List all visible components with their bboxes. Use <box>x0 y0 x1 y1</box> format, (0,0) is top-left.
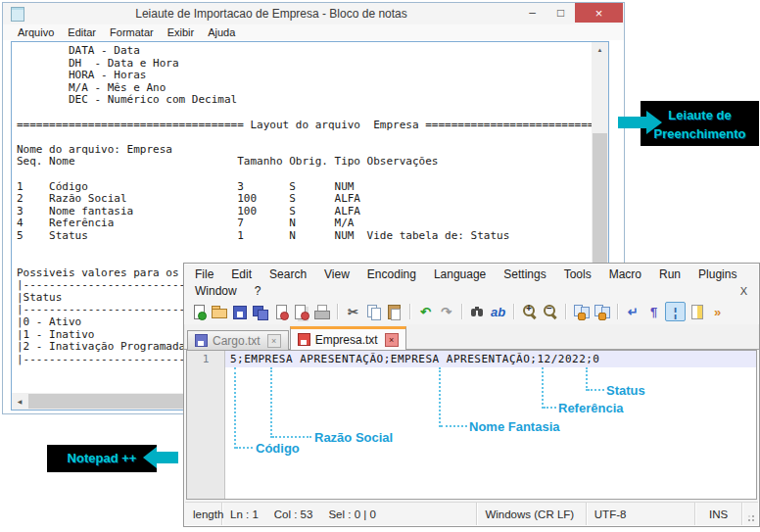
plus-glyph: + <box>524 303 534 314</box>
npp-statusbar: length Ln : 1 Col : 53 Sel : 0 | 0 Windo… <box>185 502 758 525</box>
zoom-out-icon[interactable]: − <box>541 303 559 320</box>
copy-icon[interactable] <box>364 303 383 320</box>
npp-toolbar: ✂ ↶ ↷ ab + − ↵ ¶ ¦ » <box>184 299 759 324</box>
editor-line-text[interactable]: 5;EMPRESA APRESENTAÇÃO;EMPRESA APRESENTA… <box>225 353 600 365</box>
npp-menubar: File Edit Search View Encoding Language … <box>184 264 759 301</box>
annotation-leader-razao-social <box>272 436 311 438</box>
menu-arquivo[interactable]: Arquivo <box>11 26 61 38</box>
scroll-up-icon[interactable]: ▲ <box>592 42 608 58</box>
maximize-button[interactable]: □ <box>546 3 575 23</box>
annotation-leader-status <box>588 389 604 391</box>
right-arrow-icon <box>646 111 662 134</box>
menu-ajuda[interactable]: Ajuda <box>201 26 242 38</box>
menu-plugins[interactable]: Plugins <box>689 267 745 281</box>
minus-glyph: − <box>545 303 554 314</box>
status-insert-mode: INS <box>695 503 742 525</box>
notepad-plus-plus-callout: Notepad ++ <box>47 445 157 472</box>
word-wrap-icon[interactable]: ↵ <box>624 303 642 320</box>
toolbar-overflow-icon[interactable]: » <box>708 303 727 320</box>
notepad-window-title: Leiaute de Importacao de Empresa - Bloco… <box>24 7 518 21</box>
close-file-icon[interactable] <box>271 303 290 320</box>
menu-language[interactable]: Language <box>425 267 495 281</box>
menu-editar[interactable]: Editar <box>61 26 103 38</box>
sync-vertical-scroll-icon[interactable] <box>572 303 591 320</box>
paste-icon[interactable] <box>385 303 404 320</box>
menu-exibir[interactable]: Exibir <box>161 26 202 38</box>
menu-macro[interactable]: Macro <box>600 267 650 281</box>
annotation-line-referencia <box>542 367 544 409</box>
annotation-leader-codigo <box>236 447 253 449</box>
line-number-gutter: 1 <box>187 351 225 499</box>
window-caption-buttons: – □ × <box>518 3 623 23</box>
new-file-icon[interactable] <box>189 303 208 320</box>
redo-icon[interactable]: ↷ <box>437 303 455 320</box>
status-doc-info: length <box>185 503 222 525</box>
tab-close-icon[interactable]: × <box>385 333 399 347</box>
menu-encoding[interactable]: Encoding <box>358 267 425 281</box>
notepad-menubar: Arquivo Editar Formatar Exibir Ajuda <box>3 24 624 40</box>
annotation-leader-nome-fantasia <box>441 425 467 427</box>
left-arrow-icon <box>143 447 157 468</box>
npp-menu-row-1: File Edit Search View Encoding Language … <box>184 266 759 282</box>
menu-file[interactable]: File <box>186 267 222 281</box>
annotation-line-status <box>586 367 588 391</box>
field-label-razao-social: Razão Social <box>314 430 393 445</box>
npp-tabbar: Cargo.txt × Empresa.txt × <box>184 324 759 350</box>
zoom-in-icon[interactable]: + <box>520 303 539 320</box>
toolbar-separator <box>337 304 338 319</box>
menu-settings[interactable]: Settings <box>495 267 554 281</box>
field-label-referencia: Referência <box>558 401 623 415</box>
replace-icon[interactable]: ab <box>489 303 507 320</box>
grip-dots-icon <box>752 519 754 521</box>
current-line-highlight: 5;EMPRESA APRESENTAÇÃO;EMPRESA APRESENTA… <box>225 351 756 367</box>
print-icon[interactable] <box>312 303 331 320</box>
find-icon[interactable] <box>468 303 487 320</box>
save-icon[interactable] <box>230 303 249 320</box>
scroll-left-icon[interactable]: ◀ <box>12 393 27 410</box>
tab-close-icon[interactable]: × <box>267 334 281 348</box>
toolbar-separator <box>461 304 462 319</box>
status-line: Ln : 1 <box>230 508 259 520</box>
left-arrow-icon <box>157 452 178 463</box>
sync-horizontal-scroll-icon[interactable] <box>593 303 611 320</box>
menu-edit[interactable]: Edit <box>222 267 261 281</box>
close-all-icon[interactable] <box>292 303 310 320</box>
menu-formatar[interactable]: Formatar <box>103 26 161 38</box>
menu-view[interactable]: View <box>315 267 358 281</box>
status-column: Col : 53 <box>274 508 313 520</box>
callout-text: Notepad ++ <box>68 451 137 465</box>
close-button[interactable]: × <box>575 3 623 23</box>
lock-glyph <box>598 313 606 320</box>
notepad-titlebar[interactable]: Leiaute de Importacao de Empresa - Bloco… <box>3 3 624 24</box>
resize-grip[interactable] <box>742 503 758 525</box>
status-cursor-position: Ln : 1 Col : 53 Sel : 0 | 0 <box>222 503 477 525</box>
document-map-icon[interactable] <box>688 303 706 320</box>
minimize-button[interactable]: – <box>518 3 546 23</box>
field-label-codigo: Código <box>256 441 300 456</box>
menu-help[interactable]: ? <box>246 284 270 298</box>
tab-cargo[interactable]: Cargo.txt × <box>187 330 289 350</box>
toolbar-separator <box>565 304 566 319</box>
annotation-leader-referencia <box>544 407 556 409</box>
tab-label: Cargo.txt <box>213 334 261 348</box>
field-label-nome-fantasia: Nome Fantasia <box>469 419 559 434</box>
tab-empresa[interactable]: Empresa.txt × <box>290 326 406 350</box>
annotation-line-codigo <box>234 367 236 449</box>
npp-menu-row-2: Window ? X <box>184 282 759 299</box>
desktop: Leiaute de Importacao de Empresa - Bloco… <box>0 0 760 532</box>
menu-run[interactable]: Run <box>650 267 689 281</box>
menu-window[interactable]: Window <box>186 284 246 298</box>
toolbar-separator <box>617 304 618 319</box>
annotation-line-nome-fantasia <box>439 367 441 427</box>
indent-guide-icon[interactable]: ¦ <box>665 302 686 321</box>
undo-icon[interactable]: ↶ <box>416 303 435 320</box>
menu-tools[interactable]: Tools <box>555 267 600 281</box>
save-all-icon[interactable] <box>251 303 269 320</box>
menu-search[interactable]: Search <box>261 267 315 281</box>
open-file-icon[interactable] <box>210 303 228 320</box>
status-selection: Sel : 0 | 0 <box>328 508 375 520</box>
cut-icon[interactable]: ✂ <box>344 303 362 320</box>
close-document-x-icon[interactable]: X <box>740 285 759 297</box>
show-all-characters-icon[interactable]: ¶ <box>644 303 663 320</box>
right-arrow-icon <box>618 117 647 128</box>
